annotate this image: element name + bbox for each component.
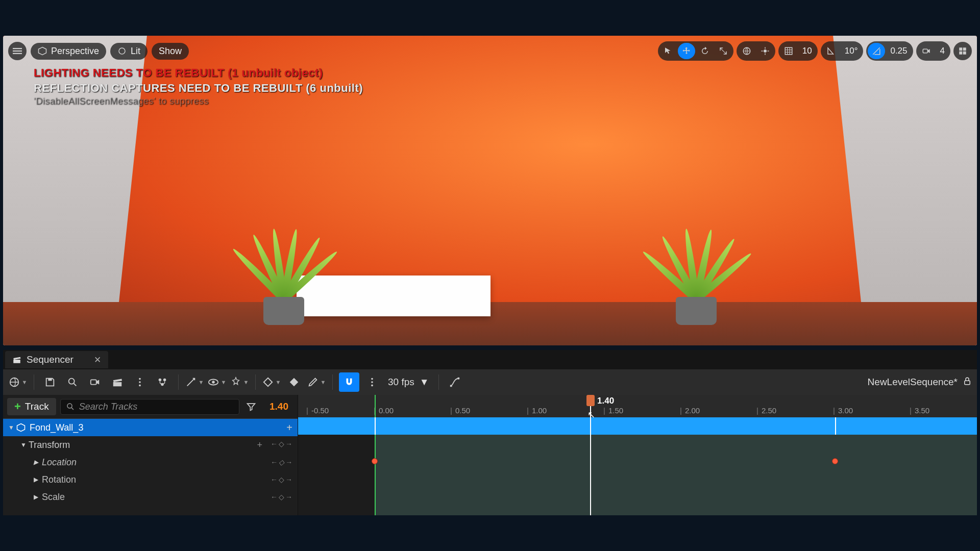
grid-snap-toggle[interactable] [780, 43, 797, 59]
sequencer-panel: Sequencer ✕ ▼ ▼ ▼ ▼ ▼ ▼ 30 fps [3, 350, 977, 515]
mouse-cursor-icon: ↖ [587, 409, 595, 419]
svg-point-29 [67, 404, 72, 408]
snap-toggle[interactable] [339, 372, 359, 392]
tab-close-button[interactable]: ✕ [94, 355, 101, 365]
view-dropdown[interactable]: ▼ [207, 372, 227, 392]
viewport-layout-button[interactable] [953, 42, 972, 60]
scene-plant-left [228, 192, 340, 325]
select-tool-button[interactable] [659, 43, 677, 59]
next-key-button[interactable]: → [285, 440, 292, 450]
viewport-menu-button[interactable] [8, 42, 27, 60]
filter-button[interactable] [243, 399, 259, 414]
save-button[interactable] [40, 372, 60, 392]
expand-toggle[interactable]: ▶ [34, 493, 42, 500]
autokey-button[interactable] [284, 372, 304, 392]
transform-mode-group [658, 41, 733, 61]
prev-key-button[interactable]: ← [271, 493, 278, 501]
expand-toggle[interactable]: ▼ [20, 441, 29, 448]
add-track-button[interactable]: + Track [7, 398, 56, 415]
show-label: Show [159, 46, 182, 57]
track-row-transform[interactable]: ▼ Transform + ← ◇ → [3, 436, 298, 454]
keyframe-marker[interactable] [832, 458, 838, 464]
cube-icon [38, 46, 47, 56]
key-options-dropdown[interactable]: ▼ [262, 372, 281, 392]
ruler-tick: 3.50 [910, 406, 929, 415]
more-options-button[interactable] [130, 372, 150, 392]
key-diamond-button[interactable]: ◇ [279, 440, 284, 450]
search-tracks-input[interactable]: Search Tracks [60, 399, 239, 415]
add-key-button[interactable]: + [257, 440, 262, 450]
expand-toggle[interactable]: ▼ [8, 424, 16, 431]
world-local-toggle[interactable] [738, 43, 755, 59]
snap-options-button[interactable] [362, 372, 382, 392]
prev-key-button[interactable]: ← [271, 475, 278, 484]
range-start-marker[interactable] [375, 395, 376, 515]
director-button[interactable] [153, 372, 172, 392]
svg-rect-6 [923, 49, 927, 53]
svg-rect-7 [959, 47, 962, 51]
svg-point-24 [371, 381, 373, 383]
expand-toggle[interactable]: ▶ [34, 459, 42, 466]
sequencer-timeline[interactable]: -0.50 0.00 0.50 1.00 1.50 2.00 2.50 3.00… [298, 395, 977, 515]
current-time-field[interactable]: 1.40 [263, 401, 293, 412]
track-row-rotation[interactable]: ▶ Rotation ←◇→ [3, 471, 298, 488]
sequencer-tab[interactable]: Sequencer ✕ [5, 351, 108, 368]
key-diamond-button[interactable]: ◇ [279, 458, 284, 466]
world-dropdown[interactable]: ▼ [8, 372, 28, 392]
next-key-button[interactable]: → [285, 475, 292, 484]
playback-dropdown[interactable]: ▼ [230, 372, 249, 392]
clip-end-marker[interactable] [835, 417, 836, 435]
track-row-location[interactable]: ▶ Location ←◇→ [3, 454, 298, 471]
curve-editor-button[interactable] [445, 372, 464, 392]
scale-snap-toggle[interactable] [868, 43, 885, 59]
actions-dropdown[interactable]: ▼ [185, 372, 204, 392]
sequencer-tab-label: Sequencer [27, 354, 74, 365]
playhead-time-label: 1.40 [597, 396, 614, 406]
keyframe-marker[interactable] [372, 458, 378, 464]
lit-label: Lit [131, 46, 140, 57]
track-row-scale[interactable]: ▶ Scale ←◇→ [3, 488, 298, 506]
track-clip[interactable] [298, 417, 977, 435]
grid-snap-value[interactable]: 10 [798, 46, 816, 56]
scale-snap-value[interactable]: 0.25 [886, 46, 911, 56]
track-row-root[interactable]: ▼ Fond_Wall_3 + [3, 419, 298, 436]
angle-snap-toggle[interactable] [822, 43, 840, 59]
svg-point-3 [119, 48, 125, 54]
timeline-ruler[interactable]: -0.50 0.00 0.50 1.00 1.50 2.00 2.50 3.00… [298, 395, 977, 417]
plus-icon: + [14, 401, 21, 412]
camera-speed-value[interactable]: 4 [936, 46, 949, 56]
clip-start-marker[interactable] [375, 417, 376, 435]
svg-point-18 [159, 379, 162, 382]
track-root-label: Fond_Wall_3 [30, 422, 83, 433]
rotate-tool-button[interactable] [696, 43, 714, 59]
add-section-button[interactable]: + [286, 422, 292, 434]
angle-snap-value[interactable]: 10° [841, 46, 862, 56]
svg-point-17 [139, 385, 141, 387]
camera-button[interactable] [85, 372, 105, 392]
key-diamond-button[interactable]: ◇ [279, 493, 284, 501]
perspective-dropdown[interactable]: Perspective [31, 43, 106, 60]
surface-snap-button[interactable] [756, 43, 774, 59]
edit-options-dropdown[interactable]: ▼ [307, 372, 326, 392]
key-diamond-button[interactable]: ◇ [279, 475, 284, 484]
scale-tool-button[interactable] [715, 43, 732, 59]
camera-speed-button[interactable] [918, 43, 935, 59]
sequencer-tab-row: Sequencer ✕ [3, 350, 977, 369]
sequence-breadcrumb[interactable]: NewLevelSequence* [868, 377, 972, 388]
show-dropdown[interactable]: Show [152, 43, 189, 60]
search-placeholder: Search Tracks [79, 402, 138, 412]
fps-dropdown[interactable]: 30 fps ▼ [385, 377, 432, 388]
next-key-button[interactable]: → [285, 493, 292, 501]
svg-point-5 [764, 49, 767, 53]
render-button[interactable] [108, 372, 127, 392]
next-key-button[interactable]: → [285, 458, 292, 466]
key-nav-group: ←◇→ [271, 475, 292, 484]
clapper-icon [12, 355, 21, 364]
prev-key-button[interactable]: ← [271, 440, 278, 450]
viewport[interactable]: Perspective Lit Show [3, 36, 977, 345]
expand-toggle[interactable]: ▶ [34, 476, 42, 483]
lit-mode-dropdown[interactable]: Lit [110, 43, 148, 60]
browse-button[interactable] [63, 372, 82, 392]
prev-key-button[interactable]: ← [271, 458, 278, 466]
move-tool-button[interactable] [678, 43, 695, 59]
